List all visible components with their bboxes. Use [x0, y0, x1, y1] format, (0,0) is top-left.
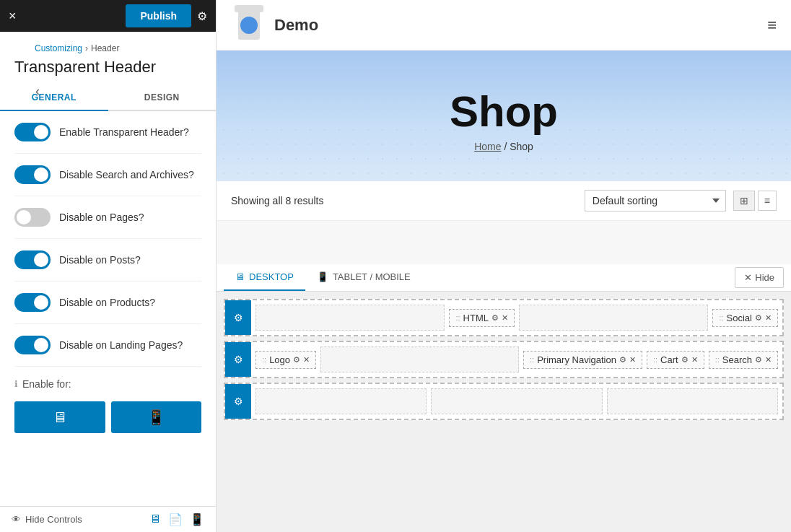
empty-cell-3c [607, 388, 778, 414]
option-row-0: Enable Transparent Header? [14, 111, 201, 154]
hamburger-icon[interactable]: ≡ [767, 16, 777, 35]
tablet-tab-icon: 📱 [317, 271, 328, 282]
breadcrumb-separator: › [85, 43, 88, 53]
builder-row-1: ⚙ :: HTML ⚙ ✕ :: Social ⚙ ✕ [224, 299, 784, 336]
widget-primary-nav[interactable]: :: Primary Navigation ⚙ ✕ [523, 351, 642, 369]
drag-icon-cart: :: [653, 355, 657, 364]
settings-gear-button[interactable]: ⚙ [197, 9, 207, 23]
builder-tab-desktop[interactable]: 🖥 DESKTOP [224, 264, 305, 291]
close-x-icon: ✕ [744, 272, 752, 283]
list-view-button[interactable]: ≡ [758, 191, 777, 211]
hero-breadcrumb-home[interactable]: Home [474, 141, 501, 152]
option-row-4: Disable on Products? [14, 282, 201, 324]
drag-icon-social: :: [719, 313, 723, 322]
nav-close-icon[interactable]: ✕ [629, 355, 636, 365]
row-cells-1: :: HTML ⚙ ✕ :: Social ⚙ ✕ [251, 300, 782, 335]
view-buttons: ⊞ ≡ [733, 191, 777, 211]
tabs-row: GENERAL DESIGN [0, 85, 216, 111]
builder-tabs: 🖥 DESKTOP 📱 TABLET / MOBILE ✕ Hide [217, 264, 791, 292]
tab-design[interactable]: DESIGN [108, 85, 217, 110]
option-row-3: Disable on Posts? [14, 239, 201, 282]
toggle-2[interactable] [14, 208, 51, 227]
bottom-bar: 👁 Hide Controls 🖥 📄 📱 [0, 506, 216, 532]
widget-html[interactable]: :: HTML ⚙ ✕ [449, 309, 515, 327]
section-title: Transparent Header [14, 58, 216, 77]
row-cells-3 [251, 384, 782, 419]
social-gear-icon[interactable]: ⚙ [755, 313, 762, 323]
cart-close-icon[interactable]: ✕ [691, 355, 698, 365]
desktop-icon[interactable]: 🖥 [149, 513, 161, 526]
publish-button[interactable]: Publish [126, 4, 191, 27]
mobile-icon[interactable]: 📱 [190, 513, 204, 526]
empty-cell-3b [431, 388, 602, 414]
hide-button[interactable]: ✕ Hide [735, 267, 784, 288]
widget-social[interactable]: :: Social ⚙ ✕ [712, 309, 778, 327]
empty-cell-1-left [255, 305, 445, 331]
drag-icon-html: :: [455, 313, 460, 322]
html-close-icon[interactable]: ✕ [502, 313, 508, 323]
mobile-device-button[interactable]: 📱 [111, 401, 202, 433]
logo-gear-icon[interactable]: ⚙ [293, 355, 300, 365]
info-icon: ℹ [14, 379, 18, 389]
search-close-icon[interactable]: ✕ [765, 355, 772, 365]
toggle-1[interactable] [14, 165, 51, 184]
option-row-2: Disable on Pages? [14, 196, 201, 239]
builder-tab-tablet[interactable]: 📱 TABLET / MOBILE [305, 264, 422, 291]
row-handle-3[interactable]: ⚙ [225, 384, 251, 419]
row-handle-1[interactable]: ⚙ [225, 300, 251, 335]
tablet-icon[interactable]: 📄 [168, 513, 183, 526]
widget-nav-label: Primary Navigation [537, 354, 616, 365]
device-buttons: 🖥 📱 [14, 396, 201, 448]
breadcrumb: Customizing › Header [35, 43, 201, 53]
sort-select[interactable]: Default sorting Sort by popularity Sort … [585, 190, 726, 212]
nav-gear-icon[interactable]: ⚙ [619, 355, 626, 365]
widget-html-label: HTML [463, 313, 489, 323]
option-row-5: Disable on Landing Pages? [14, 324, 201, 367]
widget-cart-label: Cart [660, 354, 678, 365]
builder-area: 🖥 DESKTOP 📱 TABLET / MOBILE ✕ Hide ⚙ [217, 264, 791, 532]
breadcrumb-customizing[interactable]: Customizing [35, 43, 82, 53]
drag-icon-search: :: [715, 355, 720, 364]
publish-area: Publish ⚙ [126, 4, 207, 27]
option-label-0: Enable Transparent Header? [59, 126, 189, 138]
site-logo: Demo [231, 5, 318, 45]
back-button[interactable]: ‹ [35, 84, 40, 99]
settings-row-icon-2: ⚙ [234, 354, 243, 365]
tab-general[interactable]: GENERAL [0, 85, 108, 111]
grid-view-button[interactable]: ⊞ [733, 191, 755, 211]
toggle-0[interactable] [14, 123, 51, 141]
logo-close-icon[interactable]: ✕ [303, 355, 310, 365]
toggle-5[interactable] [14, 336, 51, 354]
device-icons: 🖥 📄 📱 [149, 513, 204, 526]
cart-gear-icon[interactable]: ⚙ [681, 355, 689, 365]
search-gear-icon[interactable]: ⚙ [755, 355, 762, 365]
builder-grid: ⚙ :: HTML ⚙ ✕ :: Social ⚙ ✕ [217, 292, 791, 427]
widget-search-label: Search [722, 354, 752, 365]
toggle-4[interactable] [14, 293, 51, 312]
settings-row-icon-3: ⚙ [234, 396, 243, 407]
sorting-area: Default sorting Sort by popularity Sort … [585, 190, 777, 212]
widget-logo[interactable]: :: Logo ⚙ ✕ [255, 351, 316, 369]
shop-toolbar: Showing all 8 results Default sorting So… [217, 181, 791, 221]
logo-svg [231, 5, 267, 45]
breadcrumb-header: Header [91, 43, 119, 53]
hero-breadcrumb: Home / Shop [474, 141, 533, 152]
social-close-icon[interactable]: ✕ [765, 313, 772, 323]
hero-area: Shop Home / Shop [217, 51, 791, 181]
hide-controls-button[interactable]: 👁 Hide Controls [12, 514, 82, 525]
builder-row-2: ⚙ :: Logo ⚙ ✕ :: Primary Navigation ⚙ ✕ [224, 341, 784, 378]
site-header: Demo ≡ [217, 0, 791, 51]
settings-row-icon-1: ⚙ [234, 312, 243, 323]
close-button[interactable]: × [9, 9, 17, 24]
widget-cart[interactable]: :: Cart ⚙ ✕ [647, 351, 704, 369]
drag-icon-nav: :: [530, 355, 534, 364]
option-label-4: Disable on Products? [59, 297, 155, 308]
html-gear-icon[interactable]: ⚙ [491, 313, 499, 323]
showing-text: Showing all 8 results [231, 195, 323, 206]
top-bar: × Publish ⚙ [0, 0, 216, 32]
desktop-device-button[interactable]: 🖥 [14, 401, 105, 433]
left-panel: × Publish ⚙ ‹ Customizing › Header Trans… [0, 0, 217, 532]
widget-search[interactable]: :: Search ⚙ ✕ [709, 351, 778, 369]
toggle-3[interactable] [14, 250, 51, 269]
row-handle-2[interactable]: ⚙ [225, 342, 251, 377]
